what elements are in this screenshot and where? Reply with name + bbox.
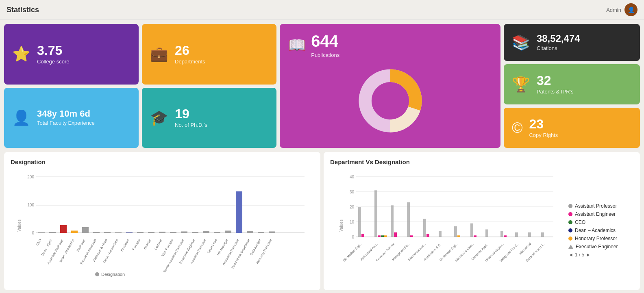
- dept-chart-title: Department Vs Designation: [330, 158, 633, 165]
- book2-icon: 📚: [512, 34, 530, 51]
- svg-text:Mechanical: Mechanical: [518, 242, 532, 255]
- svg-text:40: 40: [350, 175, 355, 179]
- patents-value: 32: [537, 74, 574, 87]
- copyright-icon: ©: [512, 119, 523, 137]
- svg-rect-69: [358, 207, 361, 237]
- publications-label: Publications: [311, 52, 339, 58]
- svg-rect-15: [60, 225, 67, 233]
- experience-card: 👤 348y 10m 6d Total Faculty Experience: [4, 88, 139, 148]
- pagination-next[interactable]: ►: [586, 252, 591, 258]
- svg-text:Principal: Principal: [132, 238, 141, 251]
- college-score-card: ⭐ 3.75 College score: [4, 24, 139, 85]
- svg-rect-86: [485, 230, 488, 237]
- svg-rect-87: [500, 231, 503, 237]
- svg-point-55: [95, 272, 99, 276]
- svg-rect-84: [470, 224, 473, 237]
- legend-label-assistant-engineer: Assistant Engineer: [575, 211, 616, 217]
- svg-text:Designation: Designation: [101, 272, 125, 277]
- star-icon: ⭐: [12, 46, 30, 63]
- svg-rect-35: [170, 232, 176, 233]
- patents-card: 🏆 32 Patents & IPR's: [504, 64, 640, 104]
- svg-text:200: 200: [27, 175, 34, 179]
- departments-card: 💼 26 Departments: [142, 24, 276, 85]
- svg-rect-19: [82, 227, 89, 233]
- dept-legend: Assistant Professor Assistant Engineer C…: [568, 169, 633, 284]
- legend-assistant-engineer: Assistant Engineer: [568, 211, 633, 217]
- dept-chart-panel: Department Vs Designation Values 40 30: [324, 152, 640, 290]
- legend-assistant-professor: Assistant Professor: [568, 203, 633, 209]
- svg-rect-78: [410, 235, 413, 237]
- departments-info: 26 Departments: [175, 44, 205, 65]
- svg-rect-13: [49, 232, 56, 233]
- svg-rect-47: [236, 191, 242, 233]
- svg-rect-73: [381, 235, 384, 237]
- legend-executive-engineer: Executive Engineer: [568, 244, 633, 250]
- svg-text:CEO: CEO: [35, 239, 42, 247]
- donut-svg: [354, 64, 427, 137]
- legend-ceo: CEO: [568, 219, 633, 225]
- copyrights-value: 23: [529, 117, 558, 130]
- copyrights-info: 23 Copy Rights: [529, 117, 558, 138]
- designation-chart-title: Designation: [11, 158, 314, 165]
- college-score-label: College score: [37, 59, 70, 65]
- svg-text:10: 10: [350, 220, 355, 224]
- legend-dot-assistant-engineer: [568, 212, 572, 216]
- svg-rect-83: [457, 235, 460, 237]
- college-score-info: 3.75 College score: [37, 44, 70, 65]
- svg-rect-21: [93, 232, 100, 233]
- publications-card: 📖 644 Publications: [280, 24, 500, 148]
- header: Statistics Admin 👤: [0, 0, 644, 20]
- dept-chart-container: Values 40 30 20 10 0: [330, 169, 633, 284]
- departments-label: Departments: [175, 59, 205, 65]
- user-icon: 👤: [12, 109, 30, 126]
- legend-label-assistant-professor: Assistant Professor: [575, 203, 617, 209]
- svg-text:0: 0: [32, 231, 34, 235]
- svg-rect-29: [137, 232, 144, 233]
- svg-text:Data Analyst: Data Analyst: [249, 238, 262, 256]
- svg-rect-25: [115, 232, 122, 233]
- svg-rect-80: [426, 234, 429, 237]
- legend-label-executive-engineer: Executive Engineer: [576, 244, 618, 250]
- svg-rect-88: [504, 235, 507, 237]
- svg-rect-11: [38, 232, 45, 233]
- admin-label: Admin: [606, 7, 621, 13]
- briefcase-icon: 💼: [150, 46, 168, 63]
- svg-rect-70: [361, 234, 364, 237]
- legend-dean-academics: Dean – Academics: [568, 228, 633, 233]
- page-title: Statistics: [7, 6, 39, 14]
- svg-rect-51: [258, 232, 264, 233]
- svg-rect-49: [247, 231, 253, 233]
- svg-rect-77: [407, 202, 410, 237]
- stat-cards: ⭐ 3.75 College score 💼 26 Departments 👤 …: [0, 20, 644, 152]
- departments-value: 26: [175, 44, 205, 57]
- experience-label: Total Faculty Experience: [37, 120, 95, 126]
- bottom-section: Designation Values 200 100 0: [0, 152, 644, 293]
- legend-label-dean-academics: Dean – Academics: [575, 228, 616, 233]
- svg-text:Senior Assistant Professor: Senior Assistant Professor: [163, 238, 185, 273]
- svg-rect-31: [148, 232, 154, 233]
- svg-text:Team Lead: Team Lead: [207, 239, 218, 254]
- svg-text:100: 100: [27, 203, 34, 207]
- svg-rect-74: [384, 235, 387, 237]
- citations-info: 38,52,474 Citations: [537, 34, 580, 51]
- svg-text:Dean - IQAC: Dean - IQAC: [41, 238, 53, 256]
- svg-rect-79: [423, 219, 426, 237]
- pagination: ◄ 1 / 5 ►: [568, 252, 633, 258]
- graduation-icon: 🎓: [150, 109, 168, 126]
- legend-label-honorary-professor: Honorary Professor: [575, 236, 617, 241]
- svg-text:20: 20: [350, 205, 355, 209]
- pagination-prev[interactable]: ◄: [568, 252, 573, 258]
- svg-rect-90: [528, 232, 531, 237]
- svg-text:Vice Principal: Vice Principal: [161, 238, 174, 257]
- svg-rect-27: [126, 232, 133, 233]
- svg-text:Lecturer: Lecturer: [154, 238, 163, 250]
- college-score-value: 3.75: [37, 44, 70, 57]
- experience-value: 348y 10m 6d: [37, 109, 95, 118]
- svg-rect-45: [225, 231, 231, 233]
- donut-chart: [288, 61, 492, 140]
- svg-rect-39: [192, 232, 198, 233]
- legend-dot-ceo: [568, 220, 572, 224]
- publications-value: 644: [311, 32, 339, 50]
- patents-info: 32 Patents & IPR's: [537, 74, 574, 95]
- svg-text:Director: Director: [143, 238, 152, 250]
